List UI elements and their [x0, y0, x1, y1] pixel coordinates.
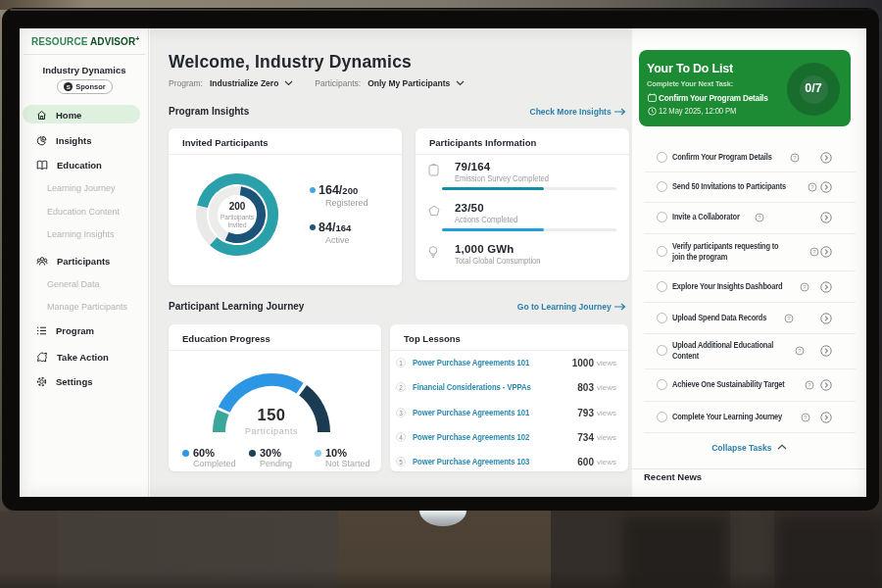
svg-text:?: ?: [798, 348, 802, 354]
svg-text:?: ?: [804, 415, 808, 420]
svg-text:?: ?: [810, 184, 814, 190]
svg-text:?: ?: [803, 284, 807, 290]
svg-text:?: ?: [812, 249, 816, 255]
svg-text:?: ?: [808, 382, 811, 388]
svg-text:?: ?: [758, 215, 761, 220]
svg-text:?: ?: [787, 316, 791, 321]
svg-text:?: ?: [793, 155, 797, 161]
